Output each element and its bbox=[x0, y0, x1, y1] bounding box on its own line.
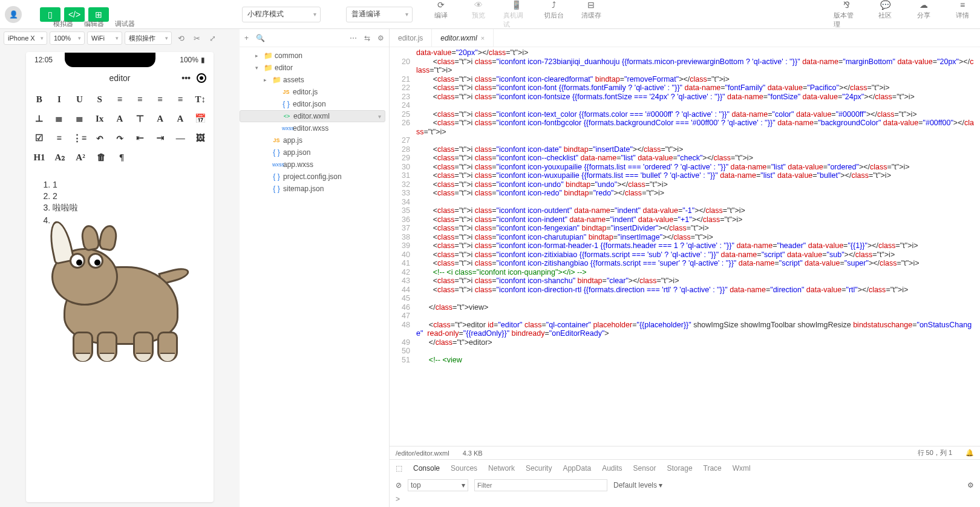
cut-icon[interactable]: ✂ bbox=[190, 34, 203, 43]
toolbar-A[interactable]: A bbox=[154, 113, 166, 125]
tree-sitemap.json[interactable]: { }sitemap.json bbox=[240, 183, 389, 195]
toolbar-≡[interactable]: ≡ bbox=[174, 93, 186, 105]
toolbar-🗑[interactable]: 🗑 bbox=[95, 151, 107, 163]
tree-app.js[interactable]: JSapp.js bbox=[240, 134, 389, 146]
filter-input[interactable] bbox=[474, 479, 607, 491]
status-bar: /editor/editor.wxml 4.3 KB 行 50，列 1 🔔 bbox=[390, 446, 980, 459]
tree-app.json[interactable]: { }app.json bbox=[240, 146, 389, 159]
tree-editor[interactable]: ▾📁editor bbox=[240, 62, 389, 74]
toolbar-≡[interactable]: ≡ bbox=[114, 93, 125, 105]
tree-assets[interactable]: ▸📁assets bbox=[240, 74, 389, 86]
action-预览[interactable]: 👁预览 bbox=[466, 0, 491, 29]
rich-editor-toolbar: BIUS≡≡≡≡T↕⊥≣≣IxA⊤AA📅☑≡⋮≡↶↷⇤⇥—🖼H1A₂A²🗑¶ bbox=[26, 88, 214, 175]
toolbar-≡[interactable]: ≡ bbox=[154, 93, 166, 105]
action-清缓存[interactable]: ⊟清缓存 bbox=[578, 0, 604, 29]
tab-editor.js[interactable]: editor.js bbox=[390, 29, 432, 47]
more-icon[interactable]: ⋯ bbox=[350, 34, 357, 42]
toolbar-☑[interactable]: ☑ bbox=[33, 132, 45, 144]
toolbar-H1[interactable]: H1 bbox=[33, 151, 45, 163]
search-icon[interactable]: 🔍 bbox=[256, 34, 265, 42]
editor-content[interactable]: 12啦啦啦 bbox=[26, 175, 214, 370]
toolbar-📅[interactable]: 📅 bbox=[195, 113, 206, 125]
console-tab-Sources[interactable]: Sources bbox=[451, 464, 477, 473]
avatar[interactable]: 👤 bbox=[5, 6, 22, 23]
console-tab-Sensor[interactable]: Sensor bbox=[633, 464, 656, 473]
action-真机调试[interactable]: 📱真机调试 bbox=[503, 0, 529, 29]
console-tab-Trace[interactable]: Trace bbox=[704, 464, 722, 473]
toolbar-I[interactable]: I bbox=[53, 93, 65, 105]
toolbar-≡[interactable]: ≡ bbox=[134, 93, 146, 105]
close-circle-icon[interactable] bbox=[197, 73, 206, 83]
tree-editor.js[interactable]: JSeditor.js bbox=[240, 86, 389, 98]
console-tab-AppData[interactable]: AppData bbox=[563, 464, 591, 473]
toolbar-⋮≡[interactable]: ⋮≡ bbox=[74, 132, 86, 144]
toolbar-⊥[interactable]: ⊥ bbox=[33, 113, 45, 125]
tree-app.wxss[interactable]: wxssapp.wxss bbox=[240, 159, 389, 171]
toolbar-A[interactable]: A bbox=[114, 113, 125, 125]
tree-editor.wxml[interactable]: <>editor.wxml bbox=[240, 110, 385, 122]
toolbar-—[interactable]: — bbox=[175, 132, 186, 144]
rhino-image bbox=[39, 230, 197, 363]
toolbar-S[interactable]: S bbox=[94, 93, 105, 105]
toolbar-A²[interactable]: A² bbox=[74, 151, 87, 163]
scope-select[interactable]: top ▾ bbox=[408, 479, 468, 491]
toolbar-≡[interactable]: ≡ bbox=[53, 132, 65, 144]
toolbar-⇤[interactable]: ⇤ bbox=[134, 132, 146, 144]
settings-icon[interactable]: ⚙ bbox=[377, 34, 384, 42]
toolbar-🖼[interactable]: 🖼 bbox=[195, 132, 206, 144]
ban-icon[interactable]: ⊘ bbox=[396, 481, 402, 489]
toolbar-⊤[interactable]: ⊤ bbox=[134, 113, 146, 125]
toolbar-¶[interactable]: ¶ bbox=[116, 151, 128, 163]
console-tab-Storage[interactable]: Storage bbox=[667, 464, 693, 473]
toolbar-≣[interactable]: ≣ bbox=[53, 113, 65, 125]
collapse-icon[interactable]: ⇆ bbox=[364, 34, 370, 42]
toolbar-↶[interactable]: ↶ bbox=[94, 132, 106, 144]
tree-project.config.json[interactable]: { }project.config.json bbox=[240, 171, 389, 183]
right-详情[interactable]: ≡详情 bbox=[950, 0, 975, 29]
tab-editor.wxml[interactable]: editor.wxml× bbox=[432, 29, 494, 47]
compile-select[interactable]: 普通编译 bbox=[346, 7, 413, 22]
zoom-select[interactable]: 100% bbox=[50, 31, 85, 45]
status-time: 12:05 bbox=[34, 56, 53, 64]
console-tab-Console[interactable]: Console bbox=[413, 464, 440, 473]
toolbar-≣[interactable]: ≣ bbox=[74, 113, 85, 125]
expand-icon[interactable]: ⤢ bbox=[206, 34, 219, 43]
code-editor[interactable]: data-value="20px"></class="t">i>20 <clas… bbox=[390, 47, 980, 446]
console-prompt[interactable]: > bbox=[390, 494, 980, 507]
action-切后台[interactable]: ⤴切后台 bbox=[541, 0, 566, 29]
right-版本管理[interactable]: ⅋版本管理 bbox=[834, 0, 859, 29]
menu-dots-icon[interactable]: ••• bbox=[181, 73, 191, 83]
tree-editor.json[interactable]: { }editor.json bbox=[240, 98, 389, 110]
mock-select[interactable]: 模拟操作 bbox=[125, 31, 172, 45]
console-tab-Security[interactable]: Security bbox=[526, 464, 552, 473]
toolbar-U[interactable]: U bbox=[74, 93, 85, 105]
mode-select[interactable]: 小程序模式 bbox=[242, 7, 321, 22]
right-社区[interactable]: 💬社区 bbox=[872, 0, 898, 29]
tree-common[interactable]: ▸📁common bbox=[240, 50, 389, 62]
notification-icon[interactable]: 🔔 bbox=[965, 449, 974, 457]
toolbar-Ix[interactable]: Ix bbox=[94, 113, 105, 125]
top-toolbar: 👤 ▯ </> ⊞ 模拟器 编辑器 调试器 小程序模式 普通编译 ⟳编译👁预览📱… bbox=[0, 0, 980, 29]
tree-editor.wxss[interactable]: wxsseditor.wxss bbox=[240, 122, 389, 134]
action-编译[interactable]: ⟳编译 bbox=[428, 0, 454, 29]
rotate-icon[interactable]: ⟲ bbox=[174, 34, 188, 43]
toolbar-A₂[interactable]: A₂ bbox=[54, 151, 66, 163]
toolbar-⇥[interactable]: ⇥ bbox=[154, 132, 166, 144]
console-settings-icon[interactable]: ⚙ bbox=[967, 481, 974, 489]
close-icon[interactable]: × bbox=[481, 34, 485, 42]
console-tab-Network[interactable]: Network bbox=[488, 464, 515, 473]
console-tab-Wxml[interactable]: Wxml bbox=[733, 464, 751, 473]
inspect-icon[interactable]: ⬚ bbox=[396, 464, 402, 473]
toolbar-T↕[interactable]: T↕ bbox=[195, 93, 206, 105]
code-editor-panel: editor.jseditor.wxml× data-value="20px">… bbox=[390, 29, 980, 507]
notch bbox=[65, 53, 155, 67]
console-tab-Audits[interactable]: Audits bbox=[602, 464, 622, 473]
toolbar-↷[interactable]: ↷ bbox=[114, 132, 126, 144]
add-file-icon[interactable]: + bbox=[244, 34, 249, 42]
toolbar-A[interactable]: A bbox=[174, 113, 186, 125]
level-select[interactable]: Default levels ▾ bbox=[613, 481, 686, 490]
toolbar-B[interactable]: B bbox=[33, 93, 45, 105]
network-select[interactable]: WiFi bbox=[87, 31, 122, 45]
right-分享[interactable]: ☁分享 bbox=[911, 0, 936, 29]
device-select[interactable]: iPhone X bbox=[4, 31, 47, 45]
